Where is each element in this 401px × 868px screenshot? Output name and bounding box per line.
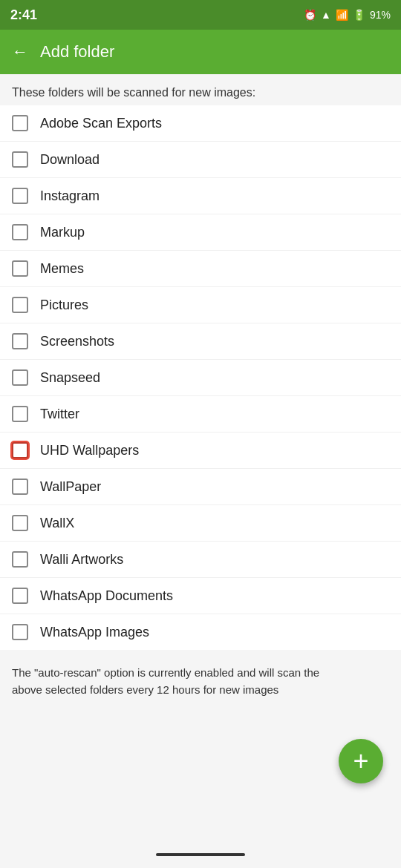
folder-item-screenshots[interactable]: Screenshots (0, 323, 401, 360)
folder-name-download: Download (40, 152, 100, 168)
add-folder-fab[interactable]: + (339, 739, 383, 783)
status-icons: ⏰ ▲ 📶 🔋 91% (304, 9, 391, 21)
folder-item-uhd-wallpapers[interactable]: UHD Wallpapers (0, 433, 401, 469)
checkbox-memes[interactable] (12, 260, 28, 277)
folder-name-snapseed: Snapseed (40, 370, 100, 386)
description-text: These folders will be scanned for new im… (0, 74, 401, 105)
folder-item-memes[interactable]: Memes (0, 251, 401, 287)
folder-item-markup[interactable]: Markup (0, 214, 401, 251)
folder-name-pictures: Pictures (40, 297, 88, 313)
folder-item-twitter[interactable]: Twitter (0, 396, 401, 433)
checkbox-pictures[interactable] (12, 297, 28, 313)
page-title: Add folder (40, 42, 114, 62)
app-header: ← Add folder (0, 30, 401, 74)
folder-item-adobe-scan-exports[interactable]: Adobe Scan Exports (0, 105, 401, 142)
folder-name-walli-artworks: Walli Artworks (40, 552, 123, 568)
checkbox-walli-artworks[interactable] (12, 551, 28, 568)
folder-name-twitter: Twitter (40, 407, 79, 422)
wifi-icon: ▲ (321, 9, 331, 21)
checkbox-snapseed[interactable] (12, 369, 28, 386)
checkbox-whatsapp-images[interactable] (12, 624, 28, 640)
checkbox-instagram[interactable] (12, 188, 28, 204)
footer-text: The "auto-rescan" option is currently en… (12, 665, 389, 698)
folder-item-wallpaper[interactable]: WallPaper (0, 469, 401, 505)
checkbox-markup[interactable] (12, 224, 28, 240)
folder-item-download[interactable]: Download (0, 142, 401, 178)
folder-item-whatsapp-documents[interactable]: WhatsApp Documents (0, 578, 401, 614)
folder-name-screenshots: Screenshots (40, 334, 114, 349)
checkbox-wallx[interactable] (12, 515, 28, 531)
checkbox-wallpaper[interactable] (12, 479, 28, 495)
folder-name-wallx: WallX (40, 516, 74, 531)
checkbox-twitter[interactable] (12, 406, 28, 422)
folder-item-walli-artworks[interactable]: Walli Artworks (0, 542, 401, 578)
folder-name-memes: Memes (40, 261, 84, 277)
folder-name-markup: Markup (40, 225, 85, 240)
checkbox-download[interactable] (12, 151, 28, 168)
folder-item-pictures[interactable]: Pictures (0, 287, 401, 323)
nav-bar (0, 841, 401, 868)
status-time: 2:41 (10, 7, 37, 23)
folder-name-uhd-wallpapers: UHD Wallpapers (40, 443, 139, 458)
bottom-area: The "auto-rescan" option is currently en… (0, 650, 401, 843)
checkbox-whatsapp-documents[interactable] (12, 588, 28, 604)
content-area: These folders will be scanned for new im… (0, 74, 401, 843)
folder-list: Adobe Scan ExportsDownloadInstagramMarku… (0, 105, 401, 650)
status-bar: 2:41 ⏰ ▲ 📶 🔋 91% (0, 0, 401, 30)
folder-name-whatsapp-documents: WhatsApp Documents (40, 588, 173, 604)
folder-name-adobe-scan-exports: Adobe Scan Exports (40, 116, 162, 131)
battery-percentage: 91% (370, 9, 391, 21)
folder-item-whatsapp-images[interactable]: WhatsApp Images (0, 614, 401, 650)
folder-item-instagram[interactable]: Instagram (0, 178, 401, 214)
checkbox-uhd-wallpapers[interactable] (12, 442, 28, 458)
alarm-icon: ⏰ (304, 9, 316, 21)
home-indicator (156, 853, 245, 856)
battery-icon: 🔋 (353, 9, 365, 21)
folder-name-instagram: Instagram (40, 188, 100, 204)
folder-item-snapseed[interactable]: Snapseed (0, 360, 401, 396)
folder-name-whatsapp-images: WhatsApp Images (40, 625, 149, 640)
folder-name-wallpaper: WallPaper (40, 479, 101, 495)
checkbox-screenshots[interactable] (12, 333, 28, 349)
checkbox-adobe-scan-exports[interactable] (12, 115, 28, 131)
folder-item-wallx[interactable]: WallX (0, 505, 401, 542)
back-button[interactable]: ← (12, 42, 28, 62)
signal-icon: 📶 (336, 9, 348, 21)
